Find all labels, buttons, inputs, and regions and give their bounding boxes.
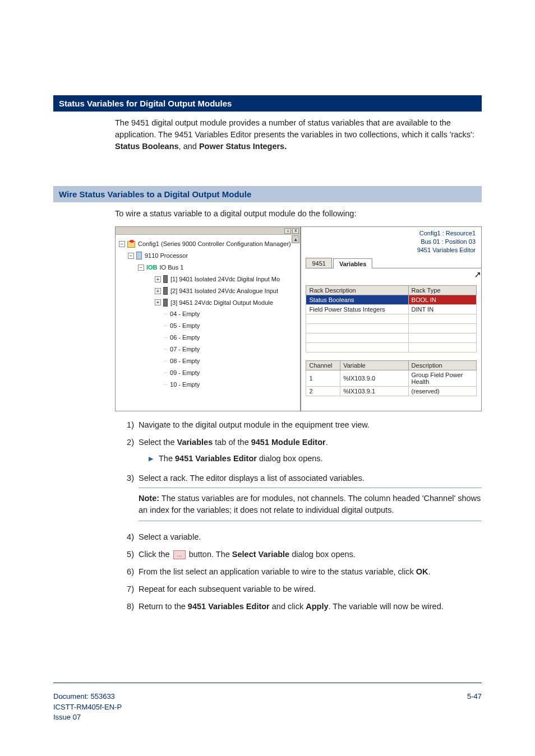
var-header-channel: Channel <box>306 360 340 370</box>
collapse-icon[interactable]: − <box>138 265 144 271</box>
arrow-icon: ▶ <box>149 454 153 463</box>
tree-slot-label: [1] 9401 Isolated 24Vdc Digital Input Mo <box>170 273 280 285</box>
step-text: . <box>326 438 328 447</box>
var-cell-variable: %IX103.9.0 <box>340 370 408 386</box>
tree-slot-empty[interactable]: ┈ 06 - Empty <box>164 332 298 344</box>
tree-iobus[interactable]: − IOB IO Bus 1 <box>138 262 298 273</box>
section-heading-1: Status Variables for Digital Output Modu… <box>53 95 482 112</box>
tree-slot-empty[interactable]: ┈ 10 - Empty <box>164 379 298 391</box>
tree-empty-label: 10 - Empty <box>170 379 200 391</box>
config-icon <box>127 241 135 248</box>
rack-row[interactable]: Field Power Status Integers DINT IN <box>306 304 477 314</box>
rack-cell-desc: Field Power Status Integers <box>306 304 408 314</box>
step-text: Select the <box>139 438 177 447</box>
intro-bold-2: Power Status Integers. <box>199 142 287 151</box>
variables-editor-pane: Config1 : Resource1 Bus 01 : Position 03… <box>301 226 482 411</box>
scroll-up-button[interactable]: ▴ <box>292 235 299 243</box>
tree-slot-label: [3] 9451 24Vdc Digital Output Module <box>170 297 273 309</box>
step-bold: Variables <box>177 438 213 447</box>
module-icon <box>163 275 168 283</box>
step-text: Select a rack. The editor displays a lis… <box>139 474 365 483</box>
tree-slot[interactable]: + [3] 9451 24Vdc Digital Output Module <box>155 297 298 309</box>
step-bold: 9451 Module Editor <box>251 438 326 447</box>
step-2: Select the Variables tab of the 9451 Mod… <box>126 437 482 472</box>
footer-left: Document: 553633 ICSTT-RM405f-EN-P Issue… <box>53 692 122 722</box>
tree-slot-label: [2] 9431 Isolated 24Vdc Analogue Input <box>170 285 278 297</box>
step-bold: Select Variable <box>232 550 289 559</box>
tree-processor-label: 9110 Processor <box>145 250 188 262</box>
step-text: dialog box opens. <box>289 550 356 559</box>
note-text: The status variables are for modules, no… <box>139 494 481 514</box>
expand-icon[interactable]: + <box>155 288 161 294</box>
module-icon <box>163 287 168 295</box>
tree-connector-icon: ┈ <box>164 320 168 332</box>
cursor-icon: ↖ <box>363 270 481 280</box>
collapse-icon[interactable]: − <box>128 253 134 259</box>
tree-empty-label: 05 - Empty <box>170 320 200 332</box>
rack-row-empty <box>306 314 477 323</box>
procedure-steps: Navigate to the digital output module in… <box>126 419 482 618</box>
editor-context-line: Bus 01 : Position 03 <box>307 238 476 246</box>
expand-icon[interactable]: + <box>155 276 161 282</box>
sub-bold: 9451 Variables Editor <box>175 454 257 463</box>
tree-connector-icon: ┈ <box>164 379 168 391</box>
pin-icon[interactable]: ▫ <box>284 228 291 234</box>
module-icon <box>163 299 168 307</box>
tree-slot[interactable]: + [1] 9401 Isolated 24Vdc Digital Input … <box>155 273 298 285</box>
footer-doc: Document: 553633 <box>53 692 122 702</box>
tree-connector-icon: ┈ <box>164 308 168 320</box>
variable-row[interactable]: 2 %IX103.9.1 (reserved) <box>306 386 477 396</box>
step-text: button. The <box>187 550 232 559</box>
var-cell-channel: 2 <box>306 386 340 396</box>
tree-slot-empty[interactable]: ┈ 05 - Empty <box>164 320 298 332</box>
tree-slot-empty[interactable]: ┈ 09 - Empty <box>164 367 298 379</box>
tree-slot-empty[interactable]: ┈ 08 - Empty <box>164 355 298 367</box>
tree-connector-icon: ┈ <box>164 367 168 379</box>
tree-empty-label: 04 - Empty <box>170 308 200 320</box>
step-text: Click the <box>139 550 172 559</box>
collapse-icon[interactable]: − <box>119 241 125 247</box>
editor-context-line: 9451 Variables Editor <box>307 246 476 254</box>
step-text: Navigate to the digital output module in… <box>139 420 370 429</box>
ellipsis-button-icon: … <box>173 550 186 559</box>
rack-row-empty <box>306 342 477 352</box>
note-box: Note: The status variables are for modul… <box>139 488 482 521</box>
note-label: Note: <box>139 494 159 503</box>
rack-grid[interactable]: Rack Description Rack Type Status Boolea… <box>306 285 477 353</box>
equipment-tree-pane: ▫ x ▴ − Config1 (Series 9000 Controller … <box>115 226 301 411</box>
editor-context-info: Config1 : Resource1 Bus 01 : Position 03… <box>301 227 481 258</box>
var-cell-desc: Group Field Power Health <box>408 370 476 386</box>
tree-root[interactable]: − Config1 (Series 9000 Controller Config… <box>119 238 298 250</box>
tab-9451[interactable]: 9451 <box>306 258 331 268</box>
tree-empty-label: 08 - Empty <box>170 355 200 367</box>
tree-slot-empty[interactable]: ┈ 07 - Empty <box>164 344 298 355</box>
tree-empty-label: 06 - Empty <box>170 332 200 344</box>
tree-root-label: Config1 (Series 9000 Controller Configur… <box>138 238 291 250</box>
variable-row[interactable]: 1 %IX103.9.0 Group Field Power Health <box>306 370 477 386</box>
step-text: From the list select an application vari… <box>139 567 416 576</box>
step-5: Click the … button. The Select Variable … <box>126 549 482 566</box>
footer-rule <box>53 683 482 683</box>
tree-processor[interactable]: − 9110 Processor <box>128 250 298 262</box>
variable-grid[interactable]: Channel Variable Description 1 %IX103.9.… <box>306 360 477 396</box>
tree-iobus-label: IO Bus 1 <box>160 262 184 273</box>
var-cell-channel: 1 <box>306 370 340 386</box>
var-header-description: Description <box>408 360 476 370</box>
step-4: Select a variable. <box>126 531 482 549</box>
step-bold: 9451 Variables Editor <box>188 602 270 611</box>
tree-slot-empty[interactable]: ┈ 04 - Empty <box>164 308 298 320</box>
step-2-sub: ▶ The 9451 Variables Editor dialog box o… <box>149 453 482 465</box>
footer-page: 5-47 <box>467 692 482 722</box>
tab-variables[interactable]: Variables <box>333 258 372 268</box>
intro-text: , and <box>179 142 199 151</box>
rack-row-selected[interactable]: Status Booleans BOOL IN <box>306 295 477 304</box>
step-text: . <box>428 567 431 576</box>
var-cell-variable: %IX103.9.1 <box>340 386 408 396</box>
expand-icon[interactable]: + <box>155 299 161 305</box>
intro-paragraph: The 9451 digital output module provides … <box>115 117 482 152</box>
step-text: and click <box>270 602 306 611</box>
tree-slot[interactable]: + [2] 9431 Isolated 24Vdc Analogue Input <box>155 285 298 297</box>
tree-connector-icon: ┈ <box>164 344 168 355</box>
close-icon[interactable]: x <box>292 228 299 234</box>
step-8: Return to the 9451 Variables Editor and … <box>126 601 482 618</box>
